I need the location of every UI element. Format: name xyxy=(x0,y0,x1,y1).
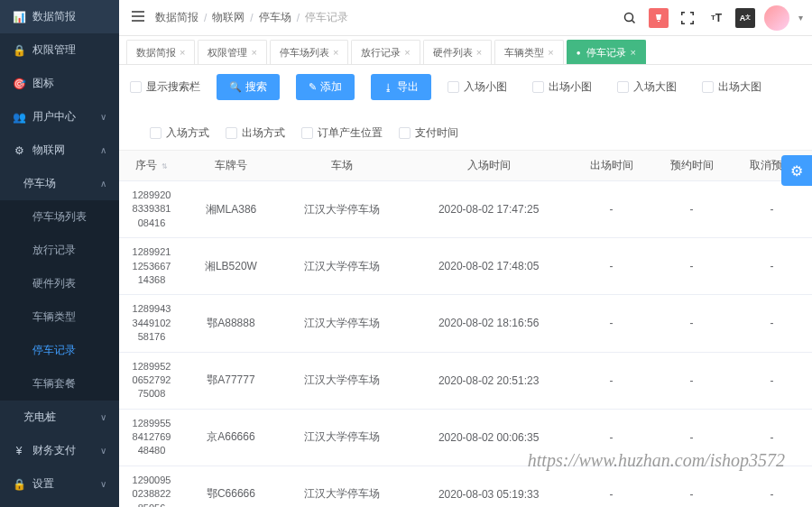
hamburger-icon[interactable] xyxy=(128,7,148,28)
close-icon[interactable]: × xyxy=(476,47,482,58)
edit-icon: ✎ xyxy=(309,81,317,93)
cell-book: - xyxy=(651,466,732,507)
export-button[interactable]: ⭳导出 xyxy=(371,74,431,100)
table-wrap[interactable]: 序号 ⇅车牌号车场入场时间出场时间预约时间取消预约 12899208339381… xyxy=(119,151,812,507)
sidebar-sub-item[interactable]: 放行记录 xyxy=(0,234,119,267)
menu-icon: 🎯 xyxy=(13,78,25,90)
sidebar-item[interactable]: 🔒权限管理 xyxy=(0,33,119,67)
table-row[interactable]: 1290095023882285056 鄂C66666 江汉大学停车场 2020… xyxy=(119,466,812,507)
chevron-icon: ∨ xyxy=(100,446,106,456)
table-row[interactable]: 1289955841276948480 京A66666 江汉大学停车场 2020… xyxy=(119,409,812,466)
menu-icon: 🔒 xyxy=(13,44,25,57)
column-checkbox[interactable]: 入场小图 xyxy=(448,79,507,95)
column-checkbox[interactable]: 出场大图 xyxy=(702,79,761,95)
table-row[interactable]: 1289952065279275008 鄂A77777 江汉大学停车场 2020… xyxy=(119,352,812,409)
column-header[interactable]: 入场时间 xyxy=(406,151,571,181)
column-header[interactable]: 预约时间 xyxy=(651,151,732,181)
cell-in: 2020-08-02 18:16:56 xyxy=(406,295,571,352)
menu-icon: 📊 xyxy=(13,11,25,23)
menu-icon: 👥 xyxy=(13,111,25,124)
breadcrumb-item[interactable]: 停车场 xyxy=(259,10,291,25)
breadcrumb-item[interactable]: 数据简报 xyxy=(155,10,198,25)
sidebar-item-parking[interactable]: 停车场 ∧ xyxy=(0,167,119,200)
cell-book: - xyxy=(651,352,732,409)
notification-icon[interactable] xyxy=(649,8,669,28)
cell-out: - xyxy=(571,352,651,409)
close-icon[interactable]: × xyxy=(180,47,185,58)
avatar[interactable] xyxy=(764,5,789,31)
sidebar-item-charger[interactable]: 充电桩 ∨ xyxy=(0,401,119,434)
cell-out: - xyxy=(571,295,651,352)
cell-book: - xyxy=(651,238,732,295)
close-icon[interactable]: × xyxy=(548,47,553,58)
fullscreen-icon[interactable] xyxy=(678,8,697,28)
tab[interactable]: 停车记录× xyxy=(567,40,646,64)
sidebar-item[interactable]: 🔒设置∨ xyxy=(0,467,119,501)
search-button[interactable]: 🔍搜索 xyxy=(217,74,280,100)
chevron-icon: ∨ xyxy=(100,479,106,489)
close-icon[interactable]: × xyxy=(251,47,256,58)
close-icon[interactable]: × xyxy=(630,47,635,58)
add-button[interactable]: ✎添加 xyxy=(296,74,355,100)
tab[interactable]: 放行记录× xyxy=(351,40,420,64)
column-checkbox[interactable]: 支付时间 xyxy=(399,125,458,141)
sidebar-item[interactable]: 👥用户中心∨ xyxy=(0,100,119,134)
table-row[interactable]: 1289921125366714368 湘LB520W 江汉大学停车场 2020… xyxy=(119,238,812,295)
cell-lot: 江汉大学停车场 xyxy=(278,466,406,507)
cell-book: - xyxy=(651,409,732,466)
settings-gear-icon[interactable]: ⚙ xyxy=(781,155,812,186)
column-checkbox[interactable]: 订单产生位置 xyxy=(301,125,383,141)
sidebar-sub-item[interactable]: 车辆类型 xyxy=(0,300,119,334)
search-icon: 🔍 xyxy=(229,81,242,93)
download-icon: ⭳ xyxy=(383,82,393,93)
show-search-checkbox[interactable]: 显示搜索栏 xyxy=(130,79,200,95)
cell-lot: 江汉大学停车场 xyxy=(278,352,406,409)
cell-id: 1289952065279275008 xyxy=(119,352,184,409)
cell-id: 1289921125366714368 xyxy=(119,238,184,295)
breadcrumb: 数据简报/ 物联网/ 停车场/ 停车记录 xyxy=(155,10,613,25)
cell-id: 1289955841276948480 xyxy=(119,409,184,466)
breadcrumb-item[interactable]: 物联网 xyxy=(212,10,245,25)
font-size-icon[interactable]: TT xyxy=(706,8,726,28)
cell-cancel: - xyxy=(732,409,812,466)
cell-book: - xyxy=(651,181,732,238)
sidebar-item[interactable]: 🎯图标 xyxy=(0,67,119,100)
column-checkbox[interactable]: 出场小图 xyxy=(532,79,592,95)
tab[interactable]: 停车场列表× xyxy=(270,40,348,64)
column-checkbox[interactable]: 入场大图 xyxy=(617,79,677,95)
cell-cancel: - xyxy=(732,466,812,507)
column-header[interactable]: 出场时间 xyxy=(571,151,651,181)
column-checkbox[interactable]: 出场方式 xyxy=(226,125,285,141)
tab[interactable]: 硬件列表× xyxy=(423,40,492,64)
column-checkbox[interactable]: 入场方式 xyxy=(150,125,209,141)
table-row[interactable]: 1289920833938108416 湘MLA386 江汉大学停车场 2020… xyxy=(119,181,812,238)
menu-icon: ¥ xyxy=(13,445,25,457)
data-table: 序号 ⇅车牌号车场入场时间出场时间预约时间取消预约 12899208339381… xyxy=(119,151,812,507)
sort-icon[interactable]: ⇅ xyxy=(159,162,167,171)
language-icon[interactable]: A文 xyxy=(735,8,755,28)
close-icon[interactable]: × xyxy=(404,47,410,58)
tab[interactable]: 权限管理× xyxy=(198,40,266,64)
sidebar-sub-item[interactable]: 停车场列表 xyxy=(0,200,119,234)
chevron-down-icon: ∨ xyxy=(100,412,106,422)
cell-book: - xyxy=(651,295,732,352)
topbar: 数据简报/ 物联网/ 停车场/ 停车记录 TT A文 xyxy=(119,0,812,36)
sidebar-item[interactable]: ⚙物联网∧ xyxy=(0,134,119,167)
sidebar-item[interactable]: ¥财务支付∨ xyxy=(0,434,119,467)
column-header[interactable]: 车牌号 xyxy=(184,151,278,181)
chevron-down-icon[interactable]: ▾ xyxy=(798,13,803,23)
sidebar-sub-item[interactable]: 车辆套餐 xyxy=(0,367,119,401)
top-actions: TT A文 ▾ xyxy=(620,5,803,31)
cell-cancel: - xyxy=(732,352,812,409)
sidebar-sub-item[interactable]: 硬件列表 xyxy=(0,267,119,300)
tab[interactable]: 数据简报× xyxy=(126,40,195,64)
sidebar-item[interactable]: 📊数据简报 xyxy=(0,0,119,33)
column-header[interactable]: 车场 xyxy=(278,151,406,181)
tab[interactable]: 车辆类型× xyxy=(494,40,563,64)
cell-out: - xyxy=(571,238,651,295)
table-row[interactable]: 1289943344910258176 鄂A88888 江汉大学停车场 2020… xyxy=(119,295,812,352)
search-icon[interactable] xyxy=(620,8,640,28)
sidebar-sub-item[interactable]: 停车记录 xyxy=(0,334,119,367)
close-icon[interactable]: × xyxy=(333,47,338,58)
column-header[interactable]: 序号 ⇅ xyxy=(119,151,184,181)
